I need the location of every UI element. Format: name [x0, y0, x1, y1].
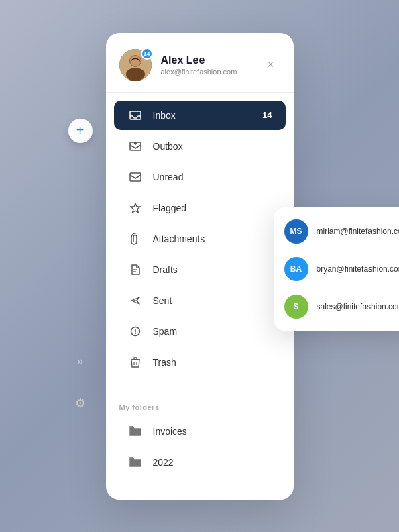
sidebar-left: + » ⚙ [68, 119, 93, 414]
unread-label: Unread [153, 172, 272, 182]
settings-icon[interactable]: ⚙ [70, 392, 91, 414]
folder-item-invoices[interactable]: Invoices [114, 417, 286, 446]
app-container: + » ⚙ 14 [106, 33, 294, 500]
flagged-icon [127, 200, 144, 216]
nav-item-inbox[interactable]: Inbox 14 [114, 101, 286, 130]
account-avatar-ba: BA [284, 257, 308, 281]
plus-icon: + [76, 123, 84, 138]
folder-2022-label: 2022 [153, 457, 272, 468]
account-email-ba: bryan@finitefashion.com [317, 264, 400, 274]
nav-item-spam[interactable]: Spam [114, 317, 286, 346]
inbox-count: 14 [262, 110, 272, 120]
account-email-ms: miriam@finitefashion.com [317, 227, 400, 236]
nav-item-sent[interactable]: Sent [114, 286, 286, 315]
close-button[interactable]: × [262, 56, 280, 74]
folder-2022-icon [127, 454, 144, 470]
account-avatar-s: S [284, 295, 308, 319]
svg-marker-7 [131, 203, 140, 213]
nav-item-attachments[interactable]: Attachments [114, 224, 286, 254]
account-email-s: sales@finitefashion.com [317, 302, 400, 311]
outbox-label: Outbox [153, 141, 272, 152]
avatar-wrapper: 14 [119, 49, 152, 81]
account-item-s[interactable]: S sales@finitefashion.com [274, 288, 400, 325]
user-name: Alex Lee [161, 54, 262, 66]
unread-icon [127, 169, 144, 185]
spam-icon [127, 323, 144, 339]
drafts-icon [127, 262, 144, 278]
folders-list: Invoices 2022 [106, 414, 294, 486]
folder-item-2022[interactable]: 2022 [114, 447, 286, 477]
svg-point-3 [130, 56, 141, 66]
account-item-ba[interactable]: BA bryan@finitefashion.com [274, 250, 400, 288]
user-email: alex@finitefashion.com [161, 68, 262, 76]
spam-label: Spam [153, 326, 272, 337]
sent-label: Sent [153, 295, 272, 306]
sent-icon [127, 292, 144, 309]
account-item-ms[interactable]: MS miriam@finitefashion.com [274, 213, 400, 250]
accounts-dropdown: MS miriam@finitefashion.com BA bryan@fin… [274, 207, 400, 331]
svg-point-13 [135, 333, 136, 334]
main-panel: 14 Alex Lee alex@finitefashion.com × Inb… [106, 33, 294, 500]
svg-point-2 [126, 68, 145, 81]
outbox-icon [127, 138, 144, 154]
attachments-icon [127, 231, 144, 247]
notification-badge: 14 [141, 48, 153, 60]
nav-item-drafts[interactable]: Drafts [114, 255, 286, 284]
inbox-label: Inbox [153, 110, 263, 121]
attachments-label: Attachments [153, 233, 272, 244]
trash-label: Trash [153, 357, 272, 368]
nav-item-flagged[interactable]: Flagged [114, 193, 286, 223]
nav-item-trash[interactable]: Trash [114, 348, 286, 377]
invoices-label: Invoices [153, 426, 272, 437]
divider [119, 392, 280, 392]
user-info: Alex Lee alex@finitefashion.com [161, 54, 262, 76]
nav-item-outbox[interactable]: Outbox [114, 131, 286, 161]
trash-icon [127, 354, 144, 370]
flagged-label: Flagged [153, 203, 272, 213]
account-avatar-ms: MS [284, 219, 308, 244]
chevron-icon[interactable]: » [70, 351, 91, 372]
folder-invoices-icon [127, 423, 144, 439]
compose-button[interactable]: + [68, 119, 93, 143]
svg-rect-6 [130, 173, 141, 181]
nav-item-unread[interactable]: Unread [114, 162, 286, 192]
nav-list: Inbox 14 Outbox [106, 93, 294, 386]
section-label: My folders [106, 398, 294, 414]
inbox-icon [127, 107, 144, 123]
header: 14 Alex Lee alex@finitefashion.com × [106, 49, 294, 93]
drafts-label: Drafts [153, 264, 272, 275]
